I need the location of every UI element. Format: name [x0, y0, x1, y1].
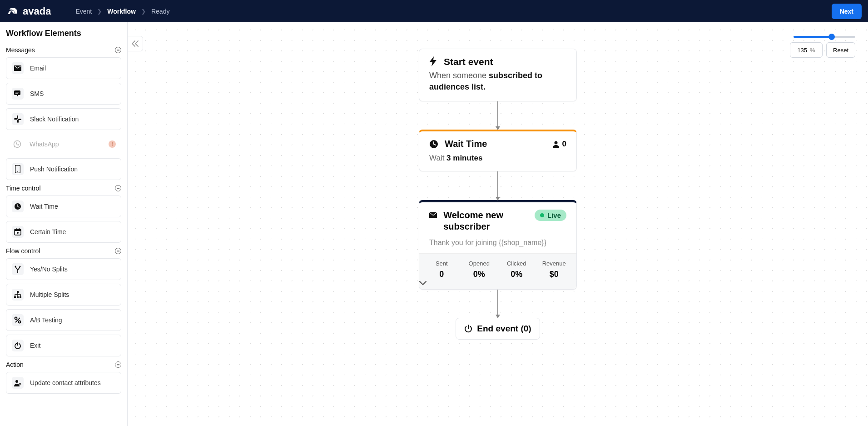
collapse-sidebar-button[interactable] [128, 36, 143, 51]
svg-rect-6 [17, 120, 19, 123]
tree-icon [12, 289, 24, 301]
sidebar: Workflow Elements Messages Email SMS Sla… [0, 22, 128, 426]
wait-count: 0 [552, 140, 566, 149]
percent-icon [12, 314, 24, 326]
power-icon [12, 340, 24, 351]
element-whatsapp[interactable]: WhatsApp ! [6, 134, 121, 155]
sms-icon [12, 88, 24, 100]
breadcrumb-ready[interactable]: Ready [151, 8, 169, 15]
svg-rect-21 [17, 296, 19, 298]
svg-rect-2 [15, 92, 19, 92]
element-ab-testing[interactable]: A/B Testing [6, 309, 121, 331]
clock-icon [12, 200, 24, 212]
svg-rect-3 [15, 93, 18, 94]
svg-rect-7 [18, 119, 21, 120]
zoom-thumb[interactable] [828, 34, 835, 40]
element-multi-split[interactable]: Multiple Splits [6, 284, 121, 306]
node-start-event[interactable]: Start event When someone subscribed to a… [419, 49, 577, 101]
node-end-event[interactable]: End event (0) [456, 318, 540, 340]
zoom-slider[interactable] [794, 36, 855, 38]
element-email[interactable]: Email [6, 57, 121, 79]
svg-point-24 [19, 321, 21, 323]
section-time: Time control [6, 185, 41, 192]
chevron-right-icon: ❯ [97, 8, 102, 15]
collapse-icon[interactable] [115, 185, 121, 191]
svg-point-30 [15, 380, 18, 383]
section-flow: Flow control [6, 247, 40, 255]
expand-button[interactable] [419, 281, 576, 289]
zoom-reset-button[interactable]: Reset [826, 42, 855, 58]
slack-icon [12, 113, 24, 125]
svg-point-10 [17, 171, 18, 172]
element-wait-time[interactable]: Wait Time [6, 195, 121, 217]
svg-point-33 [554, 141, 557, 144]
collapse-icon[interactable] [115, 248, 121, 254]
node-email[interactable]: Welcome new subscriber Live Thank you fo… [419, 200, 577, 290]
connector [497, 101, 498, 130]
email-stats: Sent0 Opened0% Clicked0% Revenue$0 [419, 253, 576, 283]
sidebar-title: Workflow Elements [6, 29, 121, 38]
collapse-icon[interactable] [115, 47, 121, 53]
email-icon [429, 211, 437, 219]
split-icon [12, 263, 24, 275]
phone-icon [12, 163, 24, 175]
element-sms[interactable]: SMS [6, 83, 121, 105]
whatsapp-icon [11, 138, 23, 150]
svg-point-18 [20, 266, 21, 267]
clock-icon [429, 140, 438, 149]
warning-badge-icon: ! [109, 140, 116, 148]
element-yesno-split[interactable]: Yes/No Splits [6, 258, 121, 280]
person-icon [552, 140, 560, 148]
element-certain-time[interactable]: Certain Time [6, 221, 121, 243]
logo[interactable]: avada [6, 5, 51, 17]
svg-rect-13 [15, 229, 21, 231]
canvas[interactable]: 135 % Reset Start event When [128, 22, 868, 426]
svg-rect-20 [14, 296, 16, 298]
node-wait-time[interactable]: Wait Time 0 Wait 3 minutes [419, 130, 577, 171]
workflow-flow: Start event When someone subscribed to a… [419, 49, 577, 340]
chevrons-left-icon [132, 40, 139, 47]
svg-rect-14 [16, 228, 17, 230]
svg-point-31 [19, 383, 21, 385]
element-exit[interactable]: Exit [6, 335, 121, 356]
section-action: Action [6, 361, 24, 368]
app-header: avada Event ❯ Workflow ❯ Ready Next [0, 0, 868, 22]
status-badge: Live [535, 210, 566, 221]
svg-rect-5 [14, 118, 17, 120]
svg-rect-19 [17, 291, 19, 293]
element-slack[interactable]: Slack Notification [6, 108, 121, 130]
calendar-icon [12, 226, 24, 238]
zoom-controls: 135 % Reset [790, 36, 855, 58]
logo-icon [6, 6, 19, 17]
svg-point-8 [14, 141, 21, 148]
live-dot-icon [540, 213, 544, 217]
element-push[interactable]: Push Notification [6, 158, 121, 180]
svg-point-23 [15, 317, 17, 320]
svg-rect-22 [20, 296, 21, 298]
breadcrumb: Event ❯ Workflow ❯ Ready [75, 8, 169, 15]
chevron-down-icon [419, 281, 427, 286]
connector [497, 290, 498, 318]
svg-rect-4 [17, 115, 18, 119]
user-cog-icon [12, 377, 24, 389]
lightning-icon [429, 56, 437, 66]
next-button[interactable]: Next [832, 4, 862, 19]
svg-line-25 [15, 318, 20, 322]
svg-point-17 [15, 266, 16, 267]
connector [497, 171, 498, 200]
power-icon [464, 325, 472, 333]
section-messages: Messages [6, 46, 35, 54]
chevron-right-icon: ❯ [141, 8, 146, 15]
svg-rect-1 [14, 90, 20, 95]
collapse-icon[interactable] [115, 361, 121, 368]
svg-point-0 [10, 11, 12, 13]
breadcrumb-workflow[interactable]: Workflow [107, 8, 136, 15]
zoom-input[interactable]: 135 % [790, 42, 823, 58]
email-icon [12, 62, 24, 74]
element-update-contact[interactable]: Update contact attributes [6, 372, 121, 394]
svg-rect-15 [19, 228, 20, 230]
breadcrumb-event[interactable]: Event [75, 8, 92, 15]
svg-point-16 [17, 232, 19, 234]
